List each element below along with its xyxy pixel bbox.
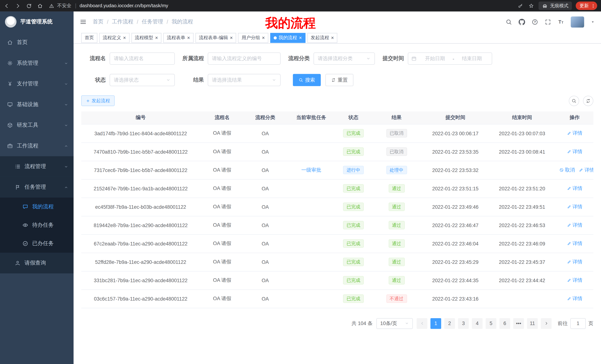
page-button-2[interactable]: 2	[444, 318, 455, 329]
sidebar-item-my-process[interactable]: 我的流程	[0, 198, 74, 216]
current-task-link[interactable]: 一级审批	[301, 167, 321, 173]
status-tag: 进行中	[343, 166, 364, 174]
tab-close-icon[interactable]: ×	[299, 35, 302, 40]
tab-process-form-edit[interactable]: 流程表单-编辑×	[195, 33, 236, 43]
breadcrumb: 首页/工作流程/任务管理/我的流程	[93, 18, 193, 25]
address-bar[interactable]: 不安全 dashboard.yudao.iocoder.cn/bpm/task/…	[43, 2, 515, 9]
filter-row-2: 状态 请选择状态 结果 请选择流结果 搜索 重置	[81, 74, 593, 86]
date-range-separator: -	[453, 56, 454, 61]
browser-reload-icon[interactable]	[26, 3, 32, 9]
avatar[interactable]	[571, 16, 584, 28]
prev-page-button[interactable]	[417, 318, 427, 329]
result-select[interactable]: 请选择流结果	[208, 74, 281, 86]
row-action-detail[interactable]: 详情	[567, 130, 582, 137]
row-action-detail[interactable]: 详情	[567, 222, 582, 229]
tab-create-process[interactable]: 发起流程×	[307, 33, 337, 43]
row-action-detail[interactable]: 详情	[567, 203, 582, 210]
tab-user-group[interactable]: 用户分组×	[238, 33, 268, 43]
fullscreen-icon[interactable]	[545, 19, 551, 25]
row-action-detail[interactable]: 详情	[567, 240, 582, 247]
row-action-detail[interactable]: 详情	[579, 167, 593, 173]
tab-process-form[interactable]: 流程表单×	[163, 33, 193, 43]
row-action-cancel[interactable]: 取消	[559, 167, 575, 173]
breadcrumb-item[interactable]: 我的流程	[172, 18, 193, 25]
category-select[interactable]: 请选择流程分类	[313, 52, 375, 65]
page-button-11[interactable]: 11	[527, 318, 538, 329]
sidebar-item-workflow[interactable]: 工作流程	[0, 136, 74, 156]
chevron-down-icon	[405, 321, 409, 326]
edit-icon	[579, 168, 583, 172]
toolbar-refresh-button[interactable]	[583, 96, 593, 106]
row-action-detail[interactable]: 详情	[567, 259, 582, 265]
page-button-4[interactable]: 4	[472, 318, 483, 329]
sidebar-item-infrastructure[interactable]: 基础设施	[0, 94, 74, 115]
avatar-caret-down-icon[interactable]	[591, 20, 595, 24]
sidebar-item-leave-query[interactable]: 请假查询	[0, 253, 74, 273]
cell-process-name: OA 请假	[200, 289, 244, 308]
cell-id: 7317cec6-7b9b-11ec-b5b7-acde48001122	[81, 161, 200, 179]
next-page-button[interactable]	[541, 318, 551, 329]
page-button-1[interactable]: 1	[431, 318, 441, 329]
tab-close-icon[interactable]: ×	[123, 35, 126, 40]
process-definition-input[interactable]: 请输入流程定义的编号	[208, 52, 281, 65]
row-action-detail[interactable]: 详情	[567, 185, 582, 192]
toolbar-search-toggle-button[interactable]	[569, 96, 579, 106]
tab-process-definition[interactable]: 流程定义×	[99, 33, 130, 43]
browser-back-icon[interactable]	[4, 3, 10, 9]
row-action-detail[interactable]: 详情	[567, 277, 582, 284]
sidebar-item-todo-tasks[interactable]: 待办任务	[0, 216, 74, 234]
font-size-icon[interactable]: TT	[558, 19, 564, 25]
row-action-detail[interactable]: 详情	[567, 295, 582, 302]
page-button-3[interactable]: 3	[458, 318, 469, 329]
cell-result: 通过	[371, 253, 422, 271]
update-button[interactable]: 更新	[576, 1, 597, 10]
tab-close-icon[interactable]: ×	[187, 35, 190, 40]
cell-end-time: 2022-01-23 00:07:03	[488, 124, 556, 143]
sidebar-item-home[interactable]: 首页	[0, 32, 74, 53]
sidebar-item-system-mgmt[interactable]: 系统管理	[0, 53, 74, 74]
edit-icon	[567, 241, 571, 246]
browser-menu-icon[interactable]	[591, 3, 596, 8]
security-warning-icon[interactable]	[49, 3, 54, 8]
security-label: 不安全	[57, 2, 71, 9]
filter-result: 结果 请选择流结果	[182, 74, 280, 86]
sidebar-item-process-mgmt[interactable]: 流程管理	[0, 156, 74, 177]
sidebar-item-dev-tools[interactable]: 研发工具	[0, 115, 74, 135]
help-icon[interactable]: ?	[531, 19, 538, 25]
start-date-placeholder: 开始日期	[418, 55, 452, 62]
page-jump-input[interactable]: 1	[570, 318, 586, 329]
pages-ellipsis[interactable]: •••	[513, 318, 524, 329]
tab-close-icon[interactable]: ×	[230, 35, 233, 40]
create-process-button[interactable]: 发起流程	[81, 95, 115, 106]
page-button-5[interactable]: 5	[486, 318, 496, 329]
search-button[interactable]: 搜索	[293, 74, 321, 86]
tab-close-icon[interactable]: ×	[155, 35, 158, 40]
page-size-select[interactable]: 10条/页	[376, 318, 413, 329]
browser-forward-icon[interactable]	[15, 3, 21, 9]
sidebar-item-done-tasks[interactable]: 已办任务	[0, 234, 74, 253]
tab-close-icon[interactable]: ×	[331, 35, 334, 40]
tab-my-process[interactable]: 我的流程×	[270, 33, 305, 43]
reset-button[interactable]: 重置	[325, 74, 353, 86]
tab-process-model[interactable]: 流程模型×	[131, 33, 161, 43]
page-button-6[interactable]: 6	[499, 318, 510, 329]
browser-home-icon[interactable]	[37, 3, 43, 9]
tab-close-icon[interactable]: ×	[262, 35, 265, 40]
tab-home[interactable]: 首页	[81, 33, 98, 43]
status-select[interactable]: 请选择状态	[110, 74, 175, 86]
github-icon[interactable]	[519, 19, 525, 25]
row-action-detail[interactable]: 详情	[567, 148, 582, 155]
sidebar-item-task-mgmt[interactable]: 任务管理	[0, 177, 74, 197]
breadcrumb-separator: /	[137, 19, 138, 25]
table-row: 3ad174fb-7b9d-11ec-8404-acde48001122OA 请…	[81, 124, 593, 143]
password-key-icon[interactable]	[518, 3, 523, 9]
breadcrumb-item[interactable]: 工作流程	[112, 18, 133, 25]
submit-time-range-picker[interactable]: 开始日期 - 结束日期	[408, 52, 492, 65]
bookmark-star-icon[interactable]	[529, 3, 534, 9]
sidebar-item-payment-mgmt[interactable]: 支付管理	[0, 74, 74, 94]
process-name-input[interactable]: 请输入流程名	[110, 52, 175, 65]
breadcrumb-item[interactable]: 任务管理	[142, 18, 163, 25]
search-icon[interactable]	[506, 19, 512, 25]
hamburger-icon[interactable]	[80, 18, 87, 25]
breadcrumb-item[interactable]: 首页	[93, 18, 103, 25]
